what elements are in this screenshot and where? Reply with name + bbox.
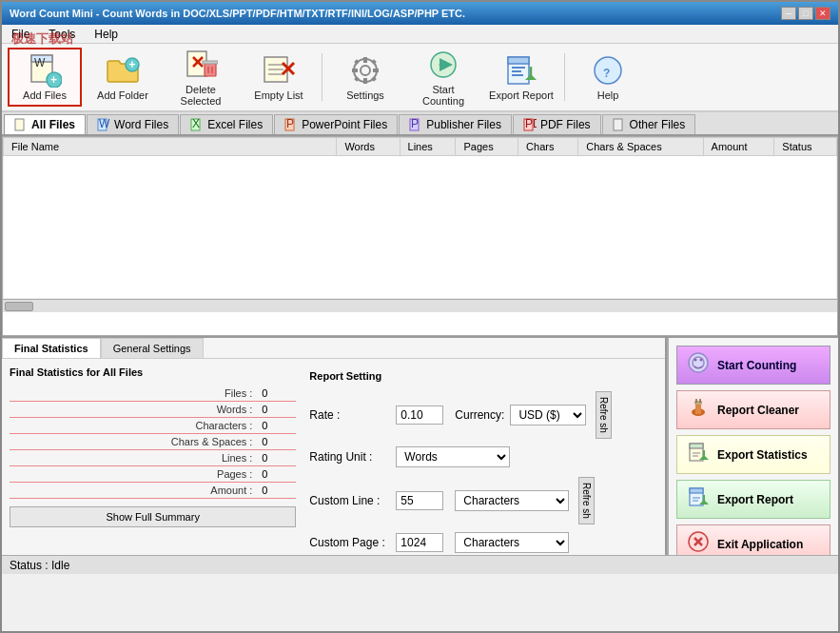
export-statistics-label: Export Statistics <box>717 448 808 462</box>
delete-selected-label: Delete Selected <box>168 84 233 107</box>
custom-line-row: Custom Line : Characters Words Refre sh <box>309 477 654 524</box>
tab-word-files[interactable]: W Word Files <box>87 114 179 134</box>
minimize-btn[interactable]: ─ <box>781 7 796 20</box>
start-counting-action-icon <box>687 352 710 378</box>
add-files-icon: W + <box>28 53 62 88</box>
export-statistics-button[interactable]: Export Statistics <box>676 435 830 474</box>
tab-pdf-files[interactable]: PDF PDF Files <box>513 114 601 134</box>
menu-file[interactable]: File <box>6 27 35 42</box>
stat-pages-label: Pages : <box>10 468 258 480</box>
add-folder-icon: + <box>106 53 140 88</box>
tab-general-settings[interactable]: General Settings <box>101 338 204 358</box>
tab-all-files[interactable]: All Files <box>4 114 86 134</box>
stat-characters: Characters : 0 <box>10 418 296 434</box>
start-counting-action-button[interactable]: Start Counting <box>676 346 830 385</box>
custom-page-label: Custom Page : <box>309 536 390 549</box>
custom-page-unit-select[interactable]: Characters Words <box>455 532 569 553</box>
svg-rect-11 <box>203 61 218 64</box>
add-files-button[interactable]: W + Add Files <box>8 48 82 107</box>
rating-unit-row: Rating Unit : Words Characters Lines Pag… <box>309 446 654 467</box>
svg-text:W: W <box>34 56 46 69</box>
refresh-button-1[interactable]: Refre sh <box>596 391 612 439</box>
toolbar: W + Add Files + Add Folder <box>2 44 838 112</box>
help-button[interactable]: ? Help <box>571 48 645 107</box>
svg-rect-28 <box>354 76 360 82</box>
menu-help[interactable]: Help <box>88 27 124 42</box>
rate-input[interactable] <box>396 406 443 425</box>
export-report-label: Export Report <box>489 89 554 101</box>
svg-rect-60 <box>694 401 702 405</box>
svg-text:?: ? <box>603 67 610 80</box>
custom-line-input[interactable] <box>396 491 443 510</box>
status-text: Status : Idle <box>10 559 69 572</box>
start-counting-icon <box>426 48 460 82</box>
show-full-summary-button[interactable]: Show Full Summary <box>10 506 296 527</box>
start-counting-button[interactable]: Start Counting <box>406 48 480 107</box>
file-table-container: File Name Words Lines Pages Chars Chars … <box>2 136 838 336</box>
stat-lines-value: 0 <box>258 452 296 464</box>
stat-pages-value: 0 <box>258 468 296 480</box>
refresh-button-2[interactable]: Refre sh <box>578 477 595 524</box>
col-chars: Chars <box>518 138 578 156</box>
toolbar-separator-1 <box>322 53 322 101</box>
stats-group-title: Final Statistics for All Files <box>10 366 296 378</box>
stat-files-value: 0 <box>258 387 296 399</box>
scroll-thumb[interactable] <box>5 302 33 311</box>
restore-btn[interactable]: □ <box>798 7 813 20</box>
help-icon: ? <box>591 53 625 88</box>
currency-select[interactable]: USD ($) EUR (€) GBP (£) <box>510 405 586 425</box>
svg-rect-42 <box>15 119 24 130</box>
col-status: Status <box>774 138 837 156</box>
horizontal-scrollbar[interactable] <box>3 299 837 312</box>
tab-publisher-files[interactable]: P Publisher Files <box>399 114 512 134</box>
stat-chars-spaces: Chars & Spaces : 0 <box>10 434 296 450</box>
col-chars-spaces: Chars & Spaces <box>578 138 703 156</box>
col-amount: Amount <box>703 138 774 156</box>
stat-files-label: Files : <box>10 387 258 399</box>
menu-bar: File Tools Help <box>2 25 838 44</box>
svg-rect-26 <box>354 59 360 65</box>
stat-lines-label: Lines : <box>10 452 258 464</box>
stat-amount: Amount : 0 <box>10 483 296 499</box>
settings-label: Settings <box>346 89 384 101</box>
empty-list-button[interactable]: Empty List <box>242 48 316 107</box>
menu-tools[interactable]: Tools <box>43 27 81 42</box>
tab-excel-files[interactable]: X Excel Files <box>180 114 273 134</box>
delete-selected-button[interactable]: Delete Selected <box>164 48 238 107</box>
stat-lines: Lines : 0 <box>10 450 296 466</box>
close-btn[interactable]: ✕ <box>815 7 830 20</box>
svg-rect-22 <box>363 57 367 63</box>
custom-page-input[interactable] <box>396 533 443 552</box>
svg-rect-70 <box>690 488 703 493</box>
report-cleaner-button[interactable]: Report Cleaner <box>676 390 830 429</box>
col-words: Words <box>337 138 400 156</box>
report-cleaner-label: Report Cleaner <box>717 404 799 417</box>
tab-other-files[interactable]: Other Files <box>602 114 696 134</box>
stat-chars-spaces-value: 0 <box>258 436 296 447</box>
settings-button[interactable]: Settings <box>328 48 402 107</box>
export-report-action-button[interactable]: Export Report <box>676 480 830 519</box>
exit-application-icon <box>687 531 710 557</box>
exit-application-label: Exit Application <box>717 538 803 551</box>
svg-rect-35 <box>512 67 525 69</box>
add-folder-button[interactable]: + Add Folder <box>86 48 160 107</box>
add-folder-label: Add Folder <box>97 89 148 101</box>
svg-rect-64 <box>690 444 703 448</box>
export-statistics-icon <box>687 442 710 467</box>
rating-unit-select[interactable]: Words Characters Lines Pages <box>396 446 510 467</box>
report-settings-title: Report Setting <box>309 370 654 382</box>
currency-label: Currency: <box>455 408 504 422</box>
tab-final-statistics[interactable]: Final Statistics <box>2 338 101 358</box>
svg-text:P: P <box>286 118 294 130</box>
export-report-icon <box>504 53 538 88</box>
svg-point-57 <box>700 359 703 362</box>
tab-powerpoint-files[interactable]: P PowerPoint Files <box>274 114 398 134</box>
custom-line-unit-select[interactable]: Characters Words <box>455 490 569 511</box>
svg-point-54 <box>689 353 708 372</box>
action-panel: Start Counting Report Cleaner Export Sta… <box>667 338 838 555</box>
svg-text:+: + <box>50 73 57 87</box>
stats-panel: Final Statistics General Settings Final … <box>2 338 667 555</box>
empty-list-label: Empty List <box>254 89 303 101</box>
start-counting-action-label: Start Counting <box>717 359 796 372</box>
export-report-button[interactable]: Export Report <box>484 48 558 107</box>
